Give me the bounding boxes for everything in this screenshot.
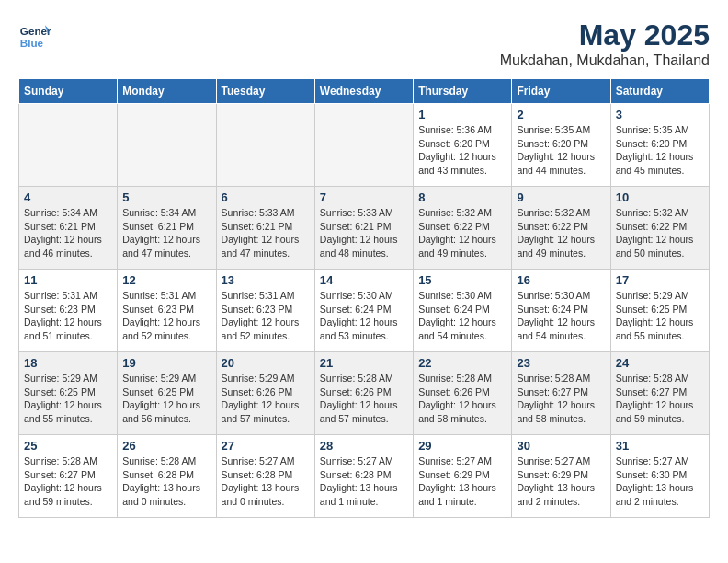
cell-info: Sunrise: 5:29 AMSunset: 6:25 PMDaylight:… xyxy=(24,372,112,426)
day-number: 6 xyxy=(222,190,310,204)
cell-info: Sunrise: 5:31 AMSunset: 6:23 PMDaylight:… xyxy=(24,289,112,343)
day-number: 29 xyxy=(418,439,506,453)
day-number: 4 xyxy=(24,190,112,204)
calendar-cell: 26Sunrise: 5:28 AMSunset: 6:28 PMDayligh… xyxy=(118,435,216,518)
calendar-cell: 28Sunrise: 5:27 AMSunset: 6:28 PMDayligh… xyxy=(314,435,413,518)
cell-info: Sunrise: 5:28 AMSunset: 6:28 PMDaylight:… xyxy=(122,454,210,509)
cell-info: Sunrise: 5:33 AMSunset: 6:21 PMDaylight:… xyxy=(320,206,408,260)
calendar-cell: 2Sunrise: 5:35 AMSunset: 6:20 PMDaylight… xyxy=(512,104,610,187)
calendar-cell: 6Sunrise: 5:33 AMSunset: 6:21 PMDaylight… xyxy=(216,187,314,270)
cell-info: Sunrise: 5:31 AMSunset: 6:23 PMDaylight:… xyxy=(222,289,310,343)
day-number: 31 xyxy=(616,439,704,453)
cell-info: Sunrise: 5:27 AMSunset: 6:30 PMDaylight:… xyxy=(616,454,704,509)
svg-text:General: General xyxy=(20,25,51,37)
day-number: 26 xyxy=(122,439,210,453)
day-number: 28 xyxy=(320,439,408,453)
calendar-cell: 3Sunrise: 5:35 AMSunset: 6:20 PMDaylight… xyxy=(610,104,709,187)
calendar-cell: 24Sunrise: 5:28 AMSunset: 6:27 PMDayligh… xyxy=(610,352,709,435)
day-number: 15 xyxy=(418,273,506,287)
calendar-cell xyxy=(19,104,118,187)
title-area: May 2025 Mukdahan, Mukdahan, Thailand xyxy=(500,18,710,69)
location-subtitle: Mukdahan, Mukdahan, Thailand xyxy=(500,52,710,69)
calendar-cell: 22Sunrise: 5:28 AMSunset: 6:26 PMDayligh… xyxy=(414,352,512,435)
calendar-cell: 30Sunrise: 5:27 AMSunset: 6:29 PMDayligh… xyxy=(512,435,610,518)
calendar-cell: 11Sunrise: 5:31 AMSunset: 6:23 PMDayligh… xyxy=(19,270,118,352)
calendar-cell: 13Sunrise: 5:31 AMSunset: 6:23 PMDayligh… xyxy=(216,270,314,352)
day-number: 12 xyxy=(122,273,210,287)
month-year-title: May 2025 xyxy=(500,18,710,52)
calendar-cell: 29Sunrise: 5:27 AMSunset: 6:29 PMDayligh… xyxy=(414,435,512,518)
cell-info: Sunrise: 5:34 AMSunset: 6:21 PMDaylight:… xyxy=(122,206,210,260)
cell-info: Sunrise: 5:27 AMSunset: 6:28 PMDaylight:… xyxy=(320,454,408,509)
cell-info: Sunrise: 5:28 AMSunset: 6:26 PMDaylight:… xyxy=(418,372,506,426)
calendar-cell: 9Sunrise: 5:32 AMSunset: 6:22 PMDaylight… xyxy=(512,187,610,270)
day-number: 8 xyxy=(418,190,506,204)
cell-info: Sunrise: 5:28 AMSunset: 6:26 PMDaylight:… xyxy=(320,372,408,426)
day-number: 19 xyxy=(122,356,210,370)
cell-info: Sunrise: 5:32 AMSunset: 6:22 PMDaylight:… xyxy=(616,206,704,260)
cell-info: Sunrise: 5:35 AMSunset: 6:20 PMDaylight:… xyxy=(517,123,605,178)
column-header-monday: Monday xyxy=(118,79,216,104)
calendar-cell: 1Sunrise: 5:36 AMSunset: 6:20 PMDaylight… xyxy=(414,104,512,187)
cell-info: Sunrise: 5:35 AMSunset: 6:20 PMDaylight:… xyxy=(616,123,704,178)
calendar-cell: 15Sunrise: 5:30 AMSunset: 6:24 PMDayligh… xyxy=(414,270,512,352)
day-number: 2 xyxy=(517,108,605,121)
day-number: 18 xyxy=(24,356,112,370)
calendar-cell: 25Sunrise: 5:28 AMSunset: 6:27 PMDayligh… xyxy=(19,435,118,518)
day-number: 23 xyxy=(517,356,605,370)
column-header-friday: Friday xyxy=(512,79,610,104)
cell-info: Sunrise: 5:27 AMSunset: 6:29 PMDaylight:… xyxy=(418,454,506,509)
page-header: General Blue May 2025 Mukdahan, Mukdahan… xyxy=(18,18,710,69)
logo-icon: General Blue xyxy=(18,18,51,52)
calendar-cell: 16Sunrise: 5:30 AMSunset: 6:24 PMDayligh… xyxy=(512,270,610,352)
calendar-cell: 27Sunrise: 5:27 AMSunset: 6:28 PMDayligh… xyxy=(216,435,314,518)
cell-info: Sunrise: 5:28 AMSunset: 6:27 PMDaylight:… xyxy=(616,372,704,426)
day-number: 30 xyxy=(517,439,605,453)
cell-info: Sunrise: 5:33 AMSunset: 6:21 PMDaylight:… xyxy=(222,206,310,260)
cell-info: Sunrise: 5:36 AMSunset: 6:20 PMDaylight:… xyxy=(418,123,506,178)
cell-info: Sunrise: 5:32 AMSunset: 6:22 PMDaylight:… xyxy=(517,206,605,260)
cell-info: Sunrise: 5:34 AMSunset: 6:21 PMDaylight:… xyxy=(24,206,112,260)
cell-info: Sunrise: 5:30 AMSunset: 6:24 PMDaylight:… xyxy=(320,289,408,343)
day-number: 24 xyxy=(616,356,704,370)
day-number: 11 xyxy=(24,273,112,287)
day-number: 5 xyxy=(122,190,210,204)
day-number: 25 xyxy=(24,439,112,453)
cell-info: Sunrise: 5:30 AMSunset: 6:24 PMDaylight:… xyxy=(517,289,605,343)
cell-info: Sunrise: 5:30 AMSunset: 6:24 PMDaylight:… xyxy=(418,289,506,343)
cell-info: Sunrise: 5:29 AMSunset: 6:25 PMDaylight:… xyxy=(616,289,704,343)
calendar-cell: 12Sunrise: 5:31 AMSunset: 6:23 PMDayligh… xyxy=(118,270,216,352)
day-number: 20 xyxy=(222,356,310,370)
cell-info: Sunrise: 5:29 AMSunset: 6:26 PMDaylight:… xyxy=(222,372,310,426)
day-number: 16 xyxy=(517,273,605,287)
column-header-sunday: Sunday xyxy=(19,79,118,104)
calendar-cell: 21Sunrise: 5:28 AMSunset: 6:26 PMDayligh… xyxy=(314,352,413,435)
calendar-table: SundayMondayTuesdayWednesdayThursdayFrid… xyxy=(18,78,710,518)
day-number: 1 xyxy=(418,108,506,121)
calendar-cell: 20Sunrise: 5:29 AMSunset: 6:26 PMDayligh… xyxy=(216,352,314,435)
svg-text:Blue: Blue xyxy=(20,37,44,49)
calendar-cell: 18Sunrise: 5:29 AMSunset: 6:25 PMDayligh… xyxy=(19,352,118,435)
calendar-cell: 4Sunrise: 5:34 AMSunset: 6:21 PMDaylight… xyxy=(19,187,118,270)
calendar-cell: 8Sunrise: 5:32 AMSunset: 6:22 PMDaylight… xyxy=(414,187,512,270)
cell-info: Sunrise: 5:29 AMSunset: 6:25 PMDaylight:… xyxy=(122,372,210,426)
day-number: 9 xyxy=(517,190,605,204)
cell-info: Sunrise: 5:27 AMSunset: 6:28 PMDaylight:… xyxy=(222,454,310,509)
column-header-saturday: Saturday xyxy=(610,79,709,104)
calendar-cell: 10Sunrise: 5:32 AMSunset: 6:22 PMDayligh… xyxy=(610,187,709,270)
day-number: 17 xyxy=(616,273,704,287)
day-number: 3 xyxy=(616,108,704,121)
calendar-cell: 31Sunrise: 5:27 AMSunset: 6:30 PMDayligh… xyxy=(610,435,709,518)
column-header-thursday: Thursday xyxy=(414,79,512,104)
calendar-cell xyxy=(314,104,413,187)
logo: General Blue xyxy=(18,18,51,52)
column-header-tuesday: Tuesday xyxy=(216,79,314,104)
calendar-cell: 7Sunrise: 5:33 AMSunset: 6:21 PMDaylight… xyxy=(314,187,413,270)
cell-info: Sunrise: 5:32 AMSunset: 6:22 PMDaylight:… xyxy=(418,206,506,260)
column-header-wednesday: Wednesday xyxy=(314,79,413,104)
day-number: 14 xyxy=(320,273,408,287)
calendar-cell: 17Sunrise: 5:29 AMSunset: 6:25 PMDayligh… xyxy=(610,270,709,352)
cell-info: Sunrise: 5:28 AMSunset: 6:27 PMDaylight:… xyxy=(24,454,112,509)
day-number: 10 xyxy=(616,190,704,204)
cell-info: Sunrise: 5:28 AMSunset: 6:27 PMDaylight:… xyxy=(517,372,605,426)
